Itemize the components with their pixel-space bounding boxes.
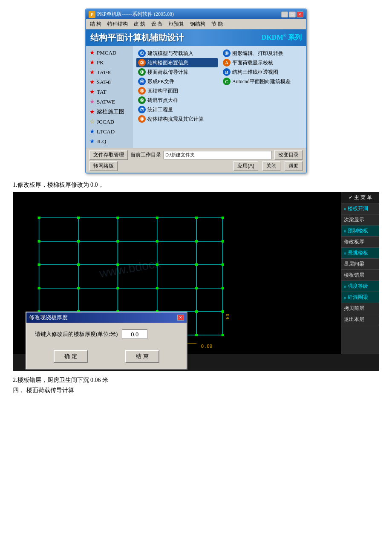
cad-menu-slab-offset[interactable]: 楼板错层 (341, 270, 379, 281)
menu-label-3: 楼面荷载传导计算 (147, 69, 188, 76)
sidebar-item-pmcad[interactable]: ★ PMCAD (86, 48, 133, 58)
svg-rect-19 (222, 217, 224, 219)
menu-num-C: C (223, 78, 231, 85)
svg-rect-32 (38, 287, 40, 289)
menu-item-3[interactable]: ③ 楼面荷载传导计算 (136, 67, 218, 77)
svg-rect-35 (156, 287, 159, 289)
menu-special-structure[interactable]: 特种结构 (106, 20, 129, 28)
menu-energy[interactable]: 节 能 (210, 20, 224, 28)
sidebar-label-satwe: SATWE (97, 98, 115, 105)
close-window-button[interactable]: 关闭 (262, 161, 280, 171)
menu-item-2[interactable]: ② 结构楼面布置信息 (136, 58, 218, 67)
menu-item-5[interactable]: ⑤ 画结构平面图 (136, 86, 218, 95)
section1-text: 1.修改板厚，楼梯板厚修改为 0.0， (13, 181, 379, 189)
menu-structure[interactable]: 结 构 (89, 20, 103, 28)
svg-rect-24 (195, 240, 198, 243)
svg-rect-26 (38, 263, 40, 266)
sidebar-label-ltcad: LTCAD (97, 128, 115, 135)
cad-menu-ring-beam[interactable]: » 砼混圈梁 (341, 292, 379, 303)
menu-item-8[interactable]: ⑧ 砌体结构抗震及其它计算 (136, 114, 218, 124)
dialog-confirm-button[interactable]: 确 定 (54, 350, 88, 363)
dialog-input-row: 请键入修改后的楼板厚度(单位:米) (35, 330, 178, 339)
menu-num-5: ⑤ (138, 87, 146, 95)
sidebar-label-tat: TAT (97, 89, 107, 95)
footer-path-input[interactable] (164, 151, 272, 159)
cad-menu-main[interactable]: ✓ 主 菜 单 (341, 192, 379, 203)
sidebar-label-pk: PK (97, 59, 104, 66)
close-button[interactable]: ✕ (297, 12, 303, 17)
menu-item-A[interactable]: A 平面荷载显示校核 (221, 58, 303, 67)
sidebar-item-tat[interactable]: ★ TAT (86, 87, 133, 97)
cad-menu-precast[interactable]: » 预制楼板 (341, 225, 379, 237)
footer-center-buttons: 应用(A) 关闭 帮助 (233, 161, 303, 171)
cad-menu-exit-layer[interactable]: 退出本层 (341, 314, 379, 325)
cad-menu-modify-thickness[interactable]: 修改板厚 (341, 237, 379, 248)
titlebar-buttons: — □ ✕ (281, 12, 303, 17)
sidebar-item-ltcad[interactable]: ★ LTCAD (86, 127, 133, 136)
section2-text1: 2.楼板错层，厨房卫生间下沉 0.06 米 (13, 376, 379, 384)
sidebar-item-jccad[interactable]: ☆ JCCAD (86, 117, 133, 127)
svg-rect-33 (77, 287, 80, 289)
window-title: PKP单机版------系列软件 (2005.08) (97, 11, 174, 18)
menu-label-A: 平面荷载显示校核 (232, 59, 273, 66)
dialog-cancel-button[interactable]: 结 束 (125, 350, 159, 363)
window-header-band: 结构平面计算机辅助设计 DKDM® 系列 (86, 29, 306, 46)
menu-item-9[interactable]: ⑨ 图形编辑、打印及转换 (221, 49, 303, 58)
window-menubar: 结 构 特种结构 建 筑 设 备 框预算 钢结构 节 能 (86, 19, 306, 29)
menu-item-7[interactable]: ⑦ 统计工程量 (136, 105, 218, 114)
software-window: P PKP单机版------系列软件 (2005.08) — □ ✕ 结 构 特… (85, 9, 307, 173)
menu-budget[interactable]: 框预算 (167, 20, 185, 28)
star-icon-jccad: ☆ (89, 118, 95, 125)
star-icon-tat8: ★ (89, 69, 95, 76)
cad-menu-strength[interactable]: » 强度等级 (341, 281, 379, 292)
svg-rect-30 (195, 263, 198, 266)
brand-sup: ® (283, 33, 286, 38)
file-manage-button[interactable]: 文件存取管理 (89, 150, 128, 160)
menu-item-4[interactable]: ④ 形成PK文件 (136, 77, 218, 86)
cad-menu-cantilever[interactable]: » 悬挑楼板 (341, 248, 379, 259)
dialog-close-button[interactable]: ✕ (177, 315, 184, 321)
menu-label-1: 建筑模型与荷载输入 (147, 50, 193, 57)
sidebar-label-sat8: SAT-8 (97, 79, 111, 86)
cad-menu-copy-prev[interactable]: 拷贝前层 (341, 303, 379, 314)
sidebar-item-satwe[interactable]: ★ SATWE (86, 97, 133, 107)
svg-rect-25 (222, 240, 224, 243)
menu-architecture[interactable]: 建 筑 (133, 20, 147, 28)
change-dir-button[interactable]: 改变目录 (274, 150, 303, 160)
svg-rect-17 (156, 217, 159, 219)
star-icon-ltcad: ★ (89, 128, 95, 135)
page-container: P PKP单机版------系列软件 (2005.08) — □ ✕ 结 构 特… (0, 0, 392, 405)
menu-num-6: ⑥ (138, 96, 146, 104)
cad-menu-open-hole[interactable]: » 楼板开洞 (341, 203, 379, 214)
menu-item-B[interactable]: B 结构三维线框透视图 (221, 67, 303, 77)
dialog-buttons: 确 定 结 束 (26, 350, 187, 369)
sidebar-item-beam[interactable]: ★ 梁柱施工图 (86, 107, 133, 117)
menu-equipment[interactable]: 设 备 (150, 20, 164, 28)
menu-item-C[interactable]: C Autocad平面图向建筑模差 (221, 77, 303, 86)
menu-label-7: 统计工程量 (147, 106, 173, 113)
cad-menu-inter-beam[interactable]: 显层间梁 (341, 259, 379, 270)
sidebar-item-tat8[interactable]: ★ TAT-8 (86, 67, 133, 77)
sidebar: ★ PMCAD ★ PK ★ TAT-8 ★ SAT-8 ★ TAT (86, 46, 133, 148)
svg-rect-42 (195, 310, 198, 313)
menu-steel[interactable]: 钢结构 (189, 20, 207, 28)
svg-rect-15 (77, 217, 80, 219)
menu-item-1[interactable]: ① 建筑模型与荷载输入 (136, 49, 218, 58)
menu-num-4: ④ (138, 78, 146, 85)
sidebar-item-pk[interactable]: ★ PK (86, 58, 133, 67)
dialog-thickness-input[interactable] (122, 330, 147, 339)
cad-menu-secondary-beam[interactable]: 次梁显示 (341, 214, 379, 225)
sidebar-item-jlq[interactable]: ★ JLQ (86, 136, 133, 146)
menu-item-6[interactable]: ⑥ 砖混节点大样 (136, 95, 218, 105)
apply-button[interactable]: 应用(A) (233, 161, 258, 171)
menu-grid: ① 建筑模型与荷载输入 ② 结构楼面布置信息 ③ 楼面荷载传导计算 ④ (136, 49, 303, 124)
sidebar-item-sat8[interactable]: ★ SAT-8 (86, 77, 133, 87)
minimize-button[interactable]: — (281, 12, 288, 17)
menu-label-5: 画结构平面图 (147, 87, 178, 95)
network-button[interactable]: 转网络版 (89, 161, 118, 171)
menu-num-B: B (223, 68, 231, 76)
maximize-button[interactable]: □ (289, 12, 296, 17)
help-button[interactable]: 帮助 (285, 161, 303, 171)
sidebar-label-beam: 梁柱施工图 (97, 108, 124, 116)
menu-label-6: 砖混节点大样 (147, 97, 178, 104)
